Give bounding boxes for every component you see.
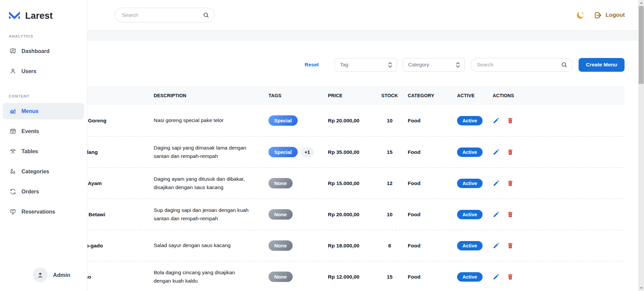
scrollbar-down-arrow[interactable]	[638, 285, 644, 291]
pencil-icon	[493, 242, 500, 249]
window-scrollbar[interactable]	[638, 0, 644, 291]
sidebar-item-reservations[interactable]: Reservations	[3, 203, 84, 220]
menu-description: Daging sapi yang dimasak lama dengan san…	[149, 144, 263, 160]
brand: Larest	[0, 0, 87, 21]
dashboard-icon	[9, 48, 16, 55]
brand-name: Larest	[25, 11, 53, 21]
delete-button[interactable]	[507, 242, 514, 249]
menu-search-input[interactable]	[470, 58, 573, 72]
monitor-icon	[9, 208, 16, 215]
global-search	[115, 8, 215, 22]
calendar-icon	[9, 128, 16, 135]
sidebar-item-label: Menus	[21, 108, 39, 114]
tag-badge: None	[268, 178, 293, 188]
search-icon	[561, 61, 567, 68]
logout-label: Logout	[605, 12, 625, 18]
menu-stock: 8	[371, 243, 403, 249]
column-header-tags: TAGS	[263, 93, 323, 98]
tag-badge: +1	[301, 147, 314, 157]
logout-icon	[594, 11, 602, 19]
dark-mode-toggle[interactable]	[576, 11, 585, 20]
tag-badge: Special	[268, 147, 298, 157]
scrollbar-thumb[interactable]	[639, 6, 644, 84]
table-row: Bakso Bola daging cincang yang disajikan…	[44, 261, 625, 291]
edit-button[interactable]	[493, 117, 500, 124]
trash-icon	[507, 242, 514, 249]
sidebar-item-events[interactable]: Events	[3, 123, 84, 139]
menu-category: Food	[403, 149, 452, 155]
shapes-icon	[9, 168, 16, 175]
delete-button[interactable]	[507, 117, 514, 124]
menu-category: Food	[403, 180, 452, 186]
menu-description: Nasi goreng special pake telor	[149, 116, 263, 124]
delete-button[interactable]	[507, 180, 514, 187]
trash-icon	[507, 211, 514, 218]
tag-filter-value: Tag	[340, 62, 348, 68]
edit-button[interactable]	[493, 180, 500, 187]
delete-button[interactable]	[507, 211, 514, 218]
delete-button[interactable]	[507, 273, 514, 280]
menu-tags: Special	[263, 115, 323, 126]
menu-search	[470, 58, 573, 72]
menu-price: Rp 20.000,00	[323, 118, 371, 124]
chevron-up-down-icon	[456, 62, 460, 68]
trash-icon	[507, 180, 514, 187]
column-header-stock: STOCK	[371, 93, 403, 98]
logout-button[interactable]: Logout	[594, 11, 625, 19]
sidebar-item-label: Users	[21, 68, 36, 74]
edit-button[interactable]	[493, 273, 500, 280]
pencil-icon	[493, 211, 500, 218]
sidebar-item-categories[interactable]: Categories	[3, 163, 84, 180]
create-menu-button[interactable]: Create Menu	[579, 58, 625, 72]
menu-description: Bola daging cincang yang disajikan denga…	[149, 269, 263, 285]
pencil-icon	[493, 149, 500, 156]
sidebar-item-label: Categories	[21, 169, 49, 175]
sidebar-user[interactable]: Admin	[33, 268, 70, 282]
tag-filter-select[interactable]: Tag	[335, 58, 397, 72]
sidebar-item-label: Tables	[21, 149, 38, 155]
menu-category: Food	[403, 118, 452, 124]
active-badge[interactable]: Active	[457, 148, 483, 157]
sidebar-item-dashboard[interactable]: Dashboard	[3, 43, 84, 59]
active-badge[interactable]: Active	[457, 272, 483, 282]
sidebar-item-label: Events	[21, 128, 39, 134]
menu-price: Rp 12.000,00	[323, 274, 371, 280]
menu-price: Rp 18.000,00	[323, 243, 371, 249]
menu-category: Food	[403, 243, 452, 249]
menu-stock: 12	[371, 180, 403, 186]
tag-badge: Special	[268, 115, 298, 126]
menu-price: Rp 15.000,00	[323, 180, 371, 186]
active-badge[interactable]: Active	[457, 179, 483, 188]
sidebar-item-users[interactable]: Users	[3, 63, 84, 79]
delete-button[interactable]	[507, 149, 514, 156]
table-header: NAME DESCRIPTION TAGS PRICE STOCK CATEGO…	[44, 86, 625, 105]
column-header-actions: ACTIONS	[488, 93, 625, 98]
global-search-input[interactable]	[115, 8, 215, 22]
scrollbar-up-arrow[interactable]	[638, 0, 644, 6]
category-filter-select[interactable]: Category	[403, 58, 465, 72]
menu-stock: 15	[371, 274, 403, 280]
tag-badge: None	[268, 272, 293, 282]
sidebar-item-orders[interactable]: Orders	[3, 183, 84, 200]
column-header-description: DESCRIPTION	[149, 93, 263, 98]
sidebar: Larest ANALYTICS Dashboard Users CONTENT…	[0, 0, 87, 291]
pencil-icon	[493, 117, 500, 124]
active-badge[interactable]: Active	[457, 210, 483, 219]
sidebar-item-tables[interactable]: Tables	[3, 143, 84, 160]
active-badge[interactable]: Active	[457, 241, 483, 250]
trash-icon	[507, 273, 514, 280]
active-badge[interactable]: Active	[457, 116, 483, 125]
sidebar-item-menus[interactable]: Menus	[3, 103, 84, 119]
column-header-active: ACTIVE	[452, 93, 488, 98]
edit-button[interactable]	[493, 242, 500, 249]
menu-stock: 10	[371, 212, 403, 218]
user-name: Admin	[53, 272, 70, 278]
pencil-icon	[493, 273, 500, 280]
edit-button[interactable]	[493, 149, 500, 156]
menu-tags: Special+1	[263, 147, 323, 157]
sidebar-item-label: Reservations	[21, 209, 55, 215]
reset-button[interactable]: Reset	[305, 62, 319, 68]
edit-button[interactable]	[493, 211, 500, 218]
tag-badge: None	[268, 209, 293, 220]
section-label-analytics: ANALYTICS	[9, 34, 87, 38]
